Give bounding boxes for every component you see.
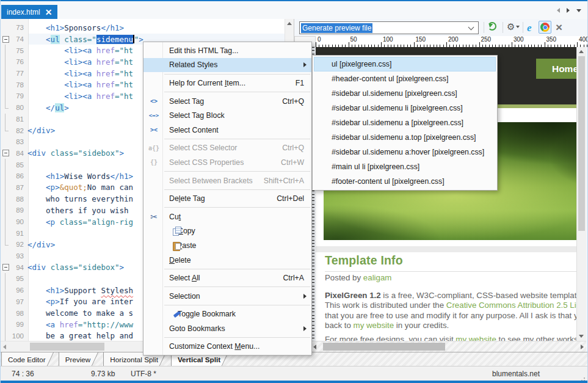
submenu-item-main-ul-li-pixelgreen-css[interactable]: #main ul li [pixelgreen.css] [314,159,496,174]
preview-horizontal-scrollbar[interactable] [294,341,586,352]
menu-item-goto-bookmarks[interactable]: Goto Bookmarks [143,321,311,336]
menu-separator [164,171,310,172]
toolbar-separator [503,22,503,33]
menu-separator [164,207,310,208]
close-preview-button[interactable]: × [556,21,562,33]
view-tab-label: Preview [65,356,91,363]
settings-button[interactable]: ⚙ [507,22,520,31]
scroll-right-icon[interactable] [581,345,584,349]
resize-grip[interactable] [584,378,585,379]
ie-browser-button[interactable]: e [527,23,532,33]
menu-item-label: Select CSS Properties [169,158,244,167]
page-link[interactable]: my website [456,335,496,341]
menu-item-customize-context-menu[interactable]: Customize Context Menu... [143,340,311,354]
prev-tab-icon[interactable] [557,8,560,13]
submenu-item-sidebar-ul-sidemenu-pixelgreen-css[interactable]: #sidebar ul.sidemenu [pixelgreen.css] [314,86,496,101]
menu-item-select-all[interactable]: Select AllCtrl+A [143,271,311,285]
submenu-arrow-icon [303,62,307,67]
fold-column [1,307,10,319]
submenu-item-sidebar-ul-sidemenu-li-pixelgreen-css[interactable]: #sidebar ul.sidemenu li [pixelgreen.css] [314,101,496,115]
line-number: 89 [10,206,27,214]
tab-list-icon[interactable] [576,9,581,12]
submenu-item-footer-content-ul-pixelgreen-css[interactable]: #footer-content ul [pixelgreen.css] [314,174,496,189]
view-tab-code-editor[interactable]: Code Editor [1,352,48,366]
menu-item-select-tag-block[interactable]: Select Tag Block [143,108,311,123]
menu-item-cut[interactable]: Cut [143,210,311,224]
line-number: 79 [10,92,27,100]
submenu-item-ul-pixelgreen-css[interactable]: ul [pixelgreen.css] [314,57,496,71]
chrome-browser-button[interactable] [539,21,551,34]
copy-icon [173,227,181,235]
menu-item-copy[interactable]: Copy [143,224,311,239]
preview-mode-combobox[interactable]: Generate preview file [299,21,479,34]
page-link[interactable]: Creative Commons Attribution 2.5 License… [446,301,578,310]
submenu-item-sidebar-ul-sidemenu-a-top-pixelgreen-css[interactable]: #sidebar ul.sidemenu a.top [pixelgreen.c… [314,130,496,145]
line-number: 85 [10,161,27,169]
tab-navigation [557,8,581,13]
tab-index-html[interactable]: index.html ✕ [1,5,57,19]
menu-item-delete-tag[interactable]: Delete TagCtrl+Del [143,191,311,206]
scrollbar-thumb[interactable] [578,56,585,231]
chevron-down-icon[interactable] [468,24,474,31]
fold-toggle-icon[interactable] [1,261,10,273]
submenu-item-header-content-ul-pixelgreen-css[interactable]: #header-content ul [pixelgreen.css] [314,71,496,86]
scroll-up-icon[interactable] [579,50,584,53]
menu-item-selection[interactable]: Selection [143,289,311,304]
chrome-browser-icon [540,23,550,32]
close-icon[interactable]: ✕ [45,8,53,16]
refresh-icon [488,22,496,31]
next-tab-icon[interactable] [567,8,570,13]
submenu-item-sidebar-ul-sidemenu-a-hover-pixelgreen-css[interactable]: #sidebar ul.sidemenu a:hover [pixelgreen… [314,145,496,159]
scrollbar-thumb[interactable] [323,343,445,351]
menu-item-edit-this-html-tag[interactable]: Edit this HTML Tag... [143,43,311,58]
view-tab-preview[interactable]: Preview [59,352,93,366]
view-tab-label: Code Editor [8,356,46,363]
shortcut-key: Ctrl+Del [268,194,304,203]
menu-item-help-for-current-item[interactable]: Help for Current Item...F1 [143,76,311,90]
shortcut-key: Ctrl+Q [274,97,304,106]
ruler-number: 400 [579,36,588,43]
line-number: 96 [10,286,27,294]
ruler-number: 0 [318,36,321,43]
ruler-number: 50 [350,36,357,43]
select-content-icon [147,126,161,133]
scroll-left-icon[interactable] [313,345,316,349]
menu-item-select-tag[interactable]: Select TagCtrl+Q [143,94,311,109]
page-link[interactable]: ealigam [363,273,392,282]
submenu-item-sidebar-ul-sidemenu-a-pixelgreen-css[interactable]: #sidebar ul.sidemenu a [pixelgreen.css] [314,115,496,130]
fold-column [1,125,10,136]
shortcut-key: Ctrl+A [274,274,304,282]
refresh-button[interactable] [488,22,496,31]
scroll-down-icon[interactable] [579,335,584,338]
menu-item-select-content[interactable]: Select Content [143,123,311,137]
fold-column [1,79,10,90]
menu-separator [164,269,310,269]
shortcut-key: Shift+Ctrl+A [255,177,304,185]
fold-column [1,250,10,262]
context-menu: Edit this HTML Tag...Related StylesHelp … [143,42,312,356]
fold-toggle-icon[interactable] [1,34,10,45]
line-number: 91 [10,230,27,237]
page-text: to see my other works. [496,335,578,341]
preview-vertical-scrollbar[interactable] [576,47,586,341]
fold-column [1,330,10,341]
ruler-number: 150 [416,36,426,43]
combobox-value: Generate preview file [301,23,372,33]
file-size: 9.73 kb [91,370,115,378]
scroll-up-icon[interactable] [287,22,292,25]
menu-item-related-styles[interactable]: Related Styles [143,58,311,73]
menu-item-toggle-bookmark[interactable]: Toggle Bookmark [143,307,311,322]
code-text[interactable]: <h1>Sponsors</h1> [27,23,285,32]
menu-item-delete[interactable]: Delete [143,253,311,268]
scroll-left-icon[interactable] [3,345,6,349]
menu-item-label: Select All [169,274,200,282]
line-number: 74 [10,35,27,43]
fold-column [1,22,10,34]
fold-toggle-icon[interactable] [1,148,10,159]
scrollbar-thumb[interactable] [30,343,104,351]
menu-item-paste[interactable]: Paste [143,238,311,253]
page-text-line: PixelGreen 1.2 is a free, W3C-compliant,… [325,291,578,301]
menu-item-label: Select CSS Selector [169,144,237,152]
page-link[interactable]: my website [354,321,394,330]
home-nav-button[interactable]: Home [536,59,578,79]
